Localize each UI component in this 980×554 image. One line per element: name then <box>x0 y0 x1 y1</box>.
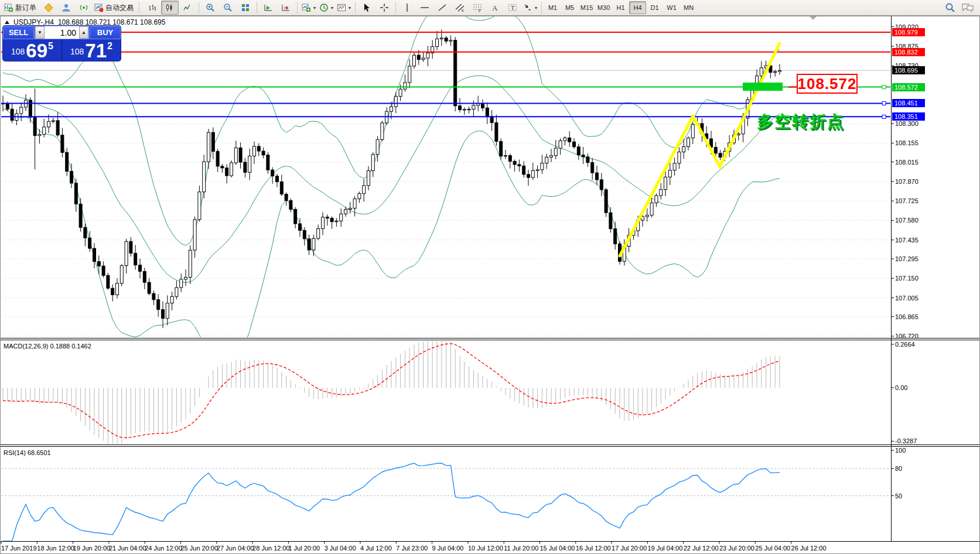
vertical-line-icon <box>402 3 412 12</box>
chat-icon[interactable] <box>961 2 974 13</box>
candle <box>545 157 548 163</box>
sell-button[interactable]: SELL <box>3 26 34 39</box>
candle <box>267 155 269 170</box>
candle <box>454 40 457 106</box>
chart-shift-button[interactable] <box>277 1 295 15</box>
fibonacci-button[interactable]: F <box>469 1 486 15</box>
candle <box>102 266 105 275</box>
arrows-button[interactable]: ▾ <box>521 1 539 15</box>
line-handle[interactable] <box>882 115 886 118</box>
candle <box>230 163 233 176</box>
zoom-in-icon <box>206 3 215 12</box>
volume-input[interactable]: 1.00 <box>45 26 79 39</box>
chart-title: USDJPY-,H4 108.688 108.721 108.671 108.6… <box>5 18 165 26</box>
chevron-down-icon: ▾ <box>313 5 316 11</box>
candle <box>303 230 306 238</box>
timeframe-w1[interactable]: W1 <box>663 1 680 14</box>
candle <box>660 190 663 196</box>
symbol-period: USDJPY-,H4 <box>13 18 54 26</box>
candle <box>107 275 110 288</box>
community-button[interactable] <box>57 1 75 15</box>
buy-price-pip: 2 <box>107 41 112 52</box>
candle <box>257 146 260 151</box>
timeframe-m1[interactable]: M1 <box>544 1 561 14</box>
periods-button[interactable]: ▾ <box>317 1 335 15</box>
vertical-line-button[interactable] <box>398 1 416 15</box>
candle <box>280 182 283 194</box>
new-order-button[interactable]: 新订单 <box>2 1 40 15</box>
candle <box>335 221 338 221</box>
timeframe-mn[interactable]: MN <box>680 1 697 14</box>
candle <box>564 138 566 141</box>
line-handle[interactable] <box>882 101 886 105</box>
candle <box>550 156 553 158</box>
text-label-button[interactable]: T <box>504 1 521 15</box>
zoom-in-button[interactable] <box>202 1 219 15</box>
crosshair-button[interactable] <box>375 1 393 15</box>
candlestick-chart-button[interactable] <box>161 1 179 15</box>
line-chart-button[interactable] <box>179 1 196 15</box>
sell-price[interactable]: 108 69 5 <box>3 39 62 61</box>
candle <box>417 55 420 59</box>
candle <box>330 218 333 222</box>
timeframe-m5[interactable]: M5 <box>561 1 578 14</box>
autotrading-button[interactable]: 自动交易 <box>93 1 137 15</box>
indicators-button[interactable]: ▾ <box>300 1 317 15</box>
timeframe-m15[interactable]: M15 <box>578 1 595 14</box>
candle <box>605 190 607 213</box>
candle <box>737 134 740 135</box>
candle <box>586 157 589 163</box>
metaeditor-button[interactable] <box>40 1 57 15</box>
candle <box>614 229 617 244</box>
green-highlight-rect[interactable] <box>743 83 783 91</box>
trendline-button[interactable] <box>433 1 451 15</box>
bar-chart-button[interactable] <box>144 1 161 15</box>
buy-button[interactable]: BUY <box>90 26 121 39</box>
one-click-expander-icon[interactable] <box>5 20 9 24</box>
toolbar-separator <box>395 2 396 13</box>
candle <box>271 170 274 176</box>
candle <box>691 125 694 138</box>
tile-windows-button[interactable] <box>237 1 254 15</box>
volume-decrease-button[interactable]: ▼ <box>35 26 45 39</box>
text-button[interactable]: A <box>486 1 504 15</box>
candle <box>445 38 448 41</box>
signals-button[interactable] <box>75 1 93 15</box>
line-handle[interactable] <box>882 86 886 89</box>
candle <box>486 108 489 117</box>
auto-scroll-icon <box>264 3 273 12</box>
cursor-button[interactable] <box>358 1 375 15</box>
buy-price-big: 71 <box>85 42 107 59</box>
buy-price[interactable]: 108 71 2 <box>62 39 121 61</box>
candle <box>157 300 160 310</box>
text-icon: A <box>490 3 500 12</box>
horizontal-line-button[interactable] <box>416 1 433 15</box>
candle <box>774 71 777 72</box>
candle <box>294 209 297 224</box>
toolbar-separator <box>541 2 542 13</box>
search-icon[interactable] <box>945 2 955 13</box>
candle <box>682 146 685 152</box>
candle <box>390 107 393 111</box>
timeframe-d1[interactable]: D1 <box>646 1 663 14</box>
equidistant-channel-button[interactable]: E <box>451 1 469 15</box>
zoom-out-button[interactable] <box>219 1 237 15</box>
timeframe-h4[interactable]: H4 <box>629 1 646 14</box>
timeframe-m30[interactable]: M30 <box>595 1 612 14</box>
candle <box>449 40 452 42</box>
auto-scroll-button[interactable] <box>259 1 277 15</box>
templates-button[interactable]: ▾ <box>335 1 353 15</box>
timeframe-h1[interactable]: H1 <box>612 1 629 14</box>
candle <box>139 265 142 272</box>
candle <box>134 253 137 265</box>
candle <box>116 283 119 295</box>
candle <box>170 296 173 303</box>
candle <box>568 138 571 142</box>
candle <box>523 166 525 175</box>
candle <box>33 117 36 135</box>
price-label-box[interactable]: 108.572 <box>797 74 858 94</box>
candle <box>299 224 302 230</box>
volume-increase-button[interactable]: ▲ <box>79 26 88 39</box>
turning-point-text[interactable]: 多空转折点 <box>757 111 845 133</box>
dock-arrow-icon[interactable] <box>810 16 817 20</box>
